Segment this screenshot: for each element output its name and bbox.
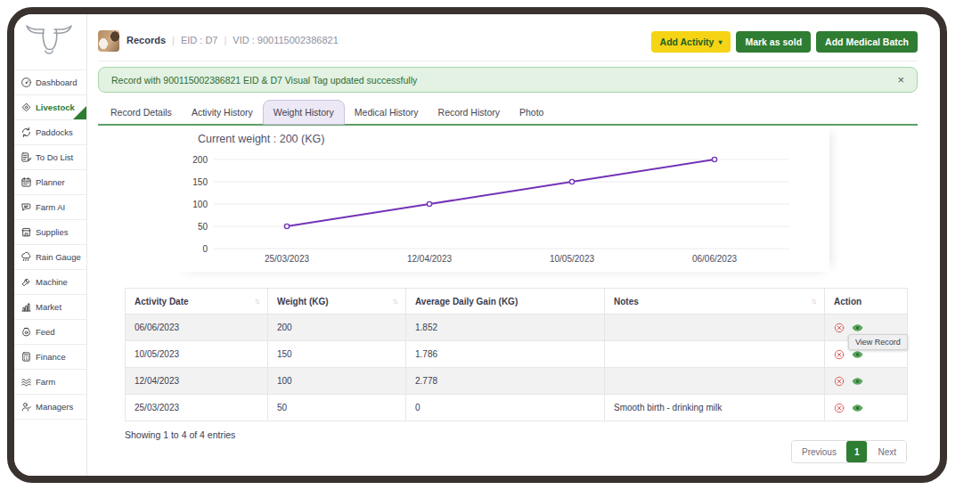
sidebar-item-finance[interactable]: Finance [14, 345, 86, 370]
column-header-notes[interactable]: Notes↑↓ [605, 289, 825, 314]
sort-icon: ↑↓ [255, 297, 259, 306]
view-record-icon[interactable] [852, 377, 863, 386]
sidebar: DashboardLivestockPaddocksTo Do ListPlan… [14, 14, 87, 476]
cell-action [825, 395, 908, 421]
sidebar-item-paddocks[interactable]: Paddocks [14, 120, 86, 145]
add-activity-button[interactable]: Add Activity ▾ [651, 31, 731, 53]
sidebar-item-label: Dashboard [36, 78, 77, 87]
success-alert: Record with 900115002386821 EID & D7 Vis… [98, 67, 918, 93]
chevron-down-icon: ▾ [718, 38, 722, 46]
cell-activity-date: 25/03/2023 [126, 395, 268, 421]
record-avatar [98, 30, 119, 52]
pagination-previous[interactable]: Previous [792, 441, 846, 462]
cell-avg-daily-gain: 1.852 [406, 314, 605, 341]
sidebar-item-label: Feed [36, 327, 55, 337]
feed-icon [20, 326, 32, 339]
breadcrumb-title: Records [127, 35, 166, 45]
column-header-weight-kg-[interactable]: Weight (KG)↑↓ [268, 289, 406, 314]
sidebar-item-to-do-list[interactable]: To Do List [14, 145, 86, 170]
column-header-average-daily-gain-kg-: Average Daily Gain (KG) [406, 289, 605, 314]
market-icon [20, 301, 32, 314]
delete-record-icon[interactable] [834, 323, 845, 333]
tab-bar: Record DetailsActivity HistoryWeight His… [101, 100, 553, 125]
sidebar-item-supplies[interactable]: Supplies [14, 220, 86, 245]
longhorn-logo-icon [23, 21, 75, 68]
record-eid: EID : D7 [181, 35, 218, 45]
sidebar-item-farm[interactable]: Farm [14, 370, 86, 395]
sidebar-item-rain-gauge[interactable]: Rain Gauge [14, 245, 86, 270]
pagination: Previous 1 Next [791, 440, 907, 463]
sidebar-item-planner[interactable]: Planner [14, 170, 86, 195]
sidebar-item-label: To Do List [36, 152, 73, 162]
cell-notes: Smooth birth - drinking milk [605, 395, 825, 421]
alert-message: Record with 900115002386821 EID & D7 Vis… [111, 75, 417, 86]
record-breadcrumb: Records | EID : D7 | VID : 9001150023868… [127, 35, 339, 45]
sidebar-item-label: Farm AI [36, 202, 65, 212]
close-icon[interactable]: × [897, 74, 904, 86]
app-frame: DashboardLivestockPaddocksTo Do ListPlan… [7, 7, 947, 483]
record-vid: VID : 900115002386821 [233, 35, 338, 45]
supplies-icon [20, 226, 32, 239]
finance-icon [20, 351, 32, 363]
farm-ai-icon [20, 201, 32, 214]
rain-gauge-icon [20, 251, 32, 264]
svg-text:200: 200 [192, 155, 208, 165]
sidebar-item-livestock[interactable]: Livestock [14, 95, 86, 120]
add-medical-batch-button[interactable]: Add Medical Batch [816, 31, 918, 53]
view-record-icon[interactable] [852, 404, 863, 412]
table-summary: Showing 1 to 4 of 4 entries [125, 429, 235, 440]
cell-weight: 150 [268, 341, 406, 368]
sidebar-item-label: Market [36, 302, 61, 312]
sidebar-item-dashboard[interactable]: Dashboard [14, 69, 86, 95]
header-actions: Add Activity ▾ Mark as sold Add Medical … [651, 31, 918, 53]
cell-weight: 200 [268, 314, 406, 341]
tab-record-details[interactable]: Record Details [101, 100, 182, 125]
svg-text:12/04/2023: 12/04/2023 [407, 254, 452, 264]
dashboard-icon [20, 77, 32, 89]
todo-list-icon [20, 151, 32, 164]
tab-medical-history[interactable]: Medical History [345, 100, 429, 125]
sidebar-item-machine[interactable]: Machine [14, 270, 86, 295]
table-row: 06/06/20232001.852 [126, 314, 908, 341]
svg-text:100: 100 [192, 200, 208, 209]
pagination-next[interactable]: Next [867, 441, 906, 462]
sidebar-item-market[interactable]: Market [14, 295, 86, 320]
tab-record-history[interactable]: Record History [429, 100, 510, 125]
sidebar-item-feed[interactable]: Feed [14, 320, 86, 345]
cell-action [825, 368, 908, 395]
column-header-activity-date[interactable]: Activity Date↑↓ [126, 289, 268, 314]
cell-weight: 50 [268, 395, 406, 421]
table-row: 25/03/2023500Smooth birth - drinking mil… [126, 395, 908, 421]
view-record-icon[interactable] [852, 350, 863, 359]
view-record-icon[interactable] [852, 323, 863, 332]
table-row: 12/04/20231002.778 [126, 368, 908, 395]
tab-photo[interactable]: Photo [510, 100, 553, 125]
cell-avg-daily-gain: 1.786 [406, 341, 605, 368]
svg-text:0: 0 [202, 244, 208, 254]
svg-text:50: 50 [198, 222, 208, 232]
sidebar-item-label: Machine [36, 277, 68, 287]
sidebar-item-farm-ai[interactable]: Farm AI [14, 195, 86, 220]
delete-record-icon[interactable] [834, 403, 845, 413]
weight-history-table: Activity Date↑↓Weight (KG)↑↓Average Dail… [125, 288, 908, 421]
cell-notes [605, 314, 825, 341]
sidebar-item-label: Paddocks [36, 127, 73, 137]
mark-as-sold-button[interactable]: Mark as sold [736, 31, 811, 53]
sidebar-item-label: Managers [36, 402, 73, 412]
active-corner-marker [73, 106, 86, 119]
delete-record-icon[interactable] [834, 349, 845, 360]
sidebar-item-label: Rain Gauge [36, 252, 81, 262]
delete-record-icon[interactable] [834, 376, 845, 387]
pagination-page-1[interactable]: 1 [846, 441, 868, 462]
planner-icon [20, 176, 32, 189]
cell-activity-date: 12/04/2023 [126, 368, 268, 395]
cell-activity-date: 10/05/2023 [126, 341, 268, 368]
breadcrumb-separator: | [172, 35, 175, 45]
breadcrumb-separator: | [224, 35, 226, 45]
view-record-tooltip: View Record [848, 334, 908, 350]
tab-activity-history[interactable]: Activity History [182, 100, 263, 125]
sidebar-nav: DashboardLivestockPaddocksTo Do ListPlan… [14, 69, 86, 420]
cell-notes [605, 368, 825, 395]
tab-weight-history[interactable]: Weight History [263, 100, 345, 125]
sidebar-item-managers[interactable]: Managers [14, 395, 86, 420]
